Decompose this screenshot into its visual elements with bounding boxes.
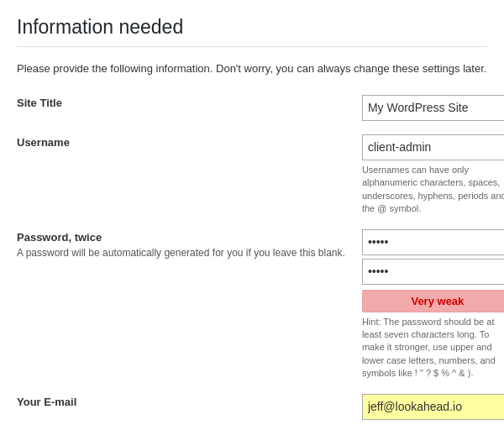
- password-input[interactable]: [362, 229, 504, 255]
- page-title: Information needed: [17, 8, 487, 47]
- username-row: Username Usernames can have only alphanu…: [17, 129, 504, 224]
- email-row: Your E-mail Double-check your email addr…: [17, 389, 504, 425]
- password-note: A password will be automatically generat…: [17, 246, 345, 260]
- site-title-label: Site Title: [17, 90, 354, 129]
- page-container: Information needed Please provide the fo…: [0, 0, 504, 425]
- password-label: Password, twice: [17, 231, 102, 244]
- username-label: Username: [17, 129, 354, 224]
- site-title-field-cell: [354, 90, 504, 129]
- description: Please provide the following information…: [17, 62, 487, 75]
- password-strength-bar: Very weak: [362, 290, 504, 312]
- email-input[interactable]: [362, 394, 504, 420]
- password-field-cell: Very weak Hint: The password should be a…: [354, 224, 504, 389]
- username-hint: Usernames can have only alphanumeric cha…: [362, 164, 504, 216]
- password-row: Password, twice A password will be autom…: [17, 224, 504, 389]
- email-field-cell: Double-check your email address before c…: [354, 389, 504, 425]
- form-table: Site Title Username Usernames can have o…: [17, 90, 504, 425]
- password-label-cell: Password, twice A password will be autom…: [17, 224, 354, 389]
- site-title-row: Site Title: [17, 90, 504, 129]
- password-confirm-input[interactable]: [362, 259, 504, 285]
- password-hint: Hint: The password should be at least se…: [362, 316, 504, 380]
- password-group: Very weak: [362, 229, 504, 312]
- username-input[interactable]: [362, 134, 504, 160]
- site-title-input[interactable]: [362, 95, 504, 121]
- username-field-cell: Usernames can have only alphanumeric cha…: [354, 129, 504, 224]
- email-label: Your E-mail: [17, 389, 354, 425]
